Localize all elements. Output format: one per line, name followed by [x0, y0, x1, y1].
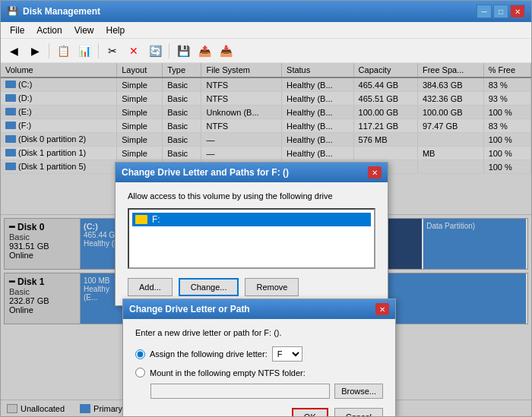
letter-dropdown[interactable]: F G H [272, 346, 302, 362]
forward-button[interactable]: ▶ [25, 42, 45, 60]
radio-row-1: Assign the following drive letter: F G H [135, 346, 383, 362]
dialog-1-description: Allow access to this volume by using the… [128, 191, 375, 201]
toolbar-separator-2 [98, 43, 99, 58]
scissors-button[interactable]: ✂ [103, 42, 122, 60]
dialog-1-title: Change Drive Letter and Paths for F: () [122, 167, 289, 178]
menu-file[interactable]: File [4, 24, 30, 37]
menu-help[interactable]: Help [100, 24, 131, 37]
radio-assign-letter[interactable] [135, 349, 145, 359]
menu-view[interactable]: View [68, 24, 100, 37]
radio-row-2: Mount in the following empty NTFS folder… [135, 368, 383, 378]
import-button[interactable]: 📥 [216, 42, 236, 60]
modal-overlay: Change Drive Letter and Paths for F: () … [1, 63, 531, 416]
add-button[interactable]: Add... [128, 278, 173, 296]
minimize-button[interactable]: ─ [477, 5, 492, 18]
browse-button[interactable]: Browse... [334, 384, 383, 399]
save-button[interactable]: 💾 [173, 42, 193, 60]
delete-button[interactable]: ✕ [124, 42, 144, 60]
dialog-1-title-bar: Change Drive Letter and Paths for F: () … [116, 163, 388, 182]
dialog-2-title: Change Drive Letter or Path [129, 304, 250, 314]
dialog-change-drive-or-path: Change Drive Letter or Path ✕ Enter a ne… [122, 299, 396, 416]
remove-button[interactable]: Remove [245, 278, 299, 296]
back-button[interactable]: ◀ [4, 42, 24, 60]
toolbar: ◀ ▶ 📋 📊 ✂ ✕ 🔄 💾 📤 📥 [1, 39, 531, 63]
dialog-2-buttons: OK Cancel [135, 408, 383, 416]
dialog-1-buttons: Add... Change... Remove [128, 278, 375, 296]
content-area: Volume Layout Type File System Status Ca… [1, 63, 531, 416]
toolbar-separator-1 [49, 43, 49, 58]
ntfs-folder-row: Browse... [150, 384, 383, 399]
export-button[interactable]: 📤 [195, 42, 214, 60]
change-button[interactable]: Change... [179, 278, 239, 296]
menu-action[interactable]: Action [30, 24, 68, 37]
title-bar-left: 💾 Disk Management [7, 6, 100, 17]
chart-button[interactable]: 📊 [74, 42, 94, 60]
maximize-button[interactable]: □ [493, 5, 508, 18]
ntfs-folder-input[interactable] [150, 384, 330, 399]
drive-entry[interactable]: F: [132, 213, 371, 226]
dialog-2-content: Enter a new drive letter or path for F: … [123, 319, 395, 416]
window-title: Disk Management [23, 6, 100, 17]
dialog-1-close-button[interactable]: ✕ [368, 166, 382, 178]
dialog-change-drive-letter: Change Drive Letter and Paths for F: () … [115, 162, 388, 306]
radio-mount-ntfs[interactable] [135, 368, 145, 378]
dialog-2-description: Enter a new drive letter or path for F: … [135, 328, 383, 337]
app-icon: 💾 [7, 6, 18, 17]
cancel-button[interactable]: Cancel [334, 408, 383, 416]
drive-list-box[interactable]: F: [128, 208, 375, 269]
title-bar: 💾 Disk Management ─ □ ✕ [1, 1, 531, 22]
ok-button[interactable]: OK [292, 408, 328, 416]
radio-1-label: Assign the following drive letter: [150, 349, 268, 359]
close-button[interactable]: ✕ [510, 5, 525, 18]
dialog-1-content: Allow access to this volume by using the… [116, 182, 388, 305]
dialog-2-title-bar: Change Drive Letter or Path ✕ [123, 299, 395, 319]
main-window: 💾 Disk Management ─ □ ✕ File Action View… [0, 0, 532, 417]
toolbar-separator-3 [169, 43, 169, 58]
window-controls: ─ □ ✕ [477, 5, 525, 18]
view-button[interactable]: 📋 [53, 42, 73, 60]
drive-letter: F: [152, 214, 160, 225]
folder-icon [135, 215, 147, 224]
dialog-2-close-button[interactable]: ✕ [375, 303, 389, 315]
refresh-button[interactable]: 🔄 [145, 42, 165, 60]
menu-bar: File Action View Help [1, 22, 531, 39]
radio-2-label: Mount in the following empty NTFS folder… [150, 368, 306, 378]
